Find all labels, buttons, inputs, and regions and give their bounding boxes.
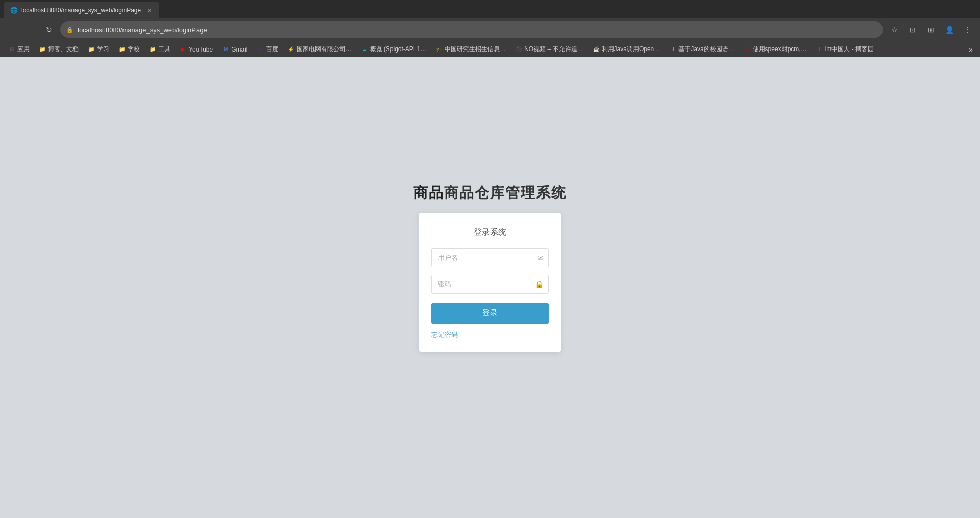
address-bar[interactable]: 🔒 localhost:8080/manage_sys_web/loginPag… xyxy=(60,21,883,38)
app-title: 商品商品仓库管理系统 xyxy=(413,183,567,203)
gmail-icon: M xyxy=(222,46,229,53)
browser-chrome: 🌐 localhost:8080/manage_sys_web/loginPag… xyxy=(0,0,980,57)
bookmark-label: 博客、文档 xyxy=(48,45,79,54)
graduate-icon: 🎓 xyxy=(435,46,443,53)
speex-icon: C xyxy=(744,46,751,53)
menu-icon[interactable]: ⋮ xyxy=(961,22,975,37)
bookmark-label: 国家电网有限公司… xyxy=(297,45,352,54)
login-button[interactable]: 登录 xyxy=(431,303,549,324)
tab-close-button[interactable]: ✕ xyxy=(145,6,153,14)
bookmark-tools[interactable]: 📁 工具 xyxy=(145,43,175,55)
toolbar-right: ☆ ⊡ ⊞ 👤 ⋮ xyxy=(887,22,975,37)
bookmark-label: im中国人 - 搏客园 xyxy=(825,45,874,54)
app-title-rest-part: 商品仓库管理系统 xyxy=(444,185,567,201)
bookmark-baidu[interactable]: 百 百度 xyxy=(253,43,282,55)
bookmark-java1[interactable]: ☕ 利用Java调用Open… xyxy=(589,43,665,55)
bookmark-label: YouTube xyxy=(189,46,213,53)
bookmark-school[interactable]: 📁 学校 xyxy=(114,43,144,55)
login-card: 登录系统 ✉ 🔒 登录 忘记密码 xyxy=(419,213,561,352)
folder-icon: 📁 xyxy=(149,46,156,53)
java-icon: ☕ xyxy=(593,46,600,53)
folder-icon: 📁 xyxy=(39,46,46,53)
bookmark-label: 使用speex对pcm,… xyxy=(753,45,807,54)
lock-input-icon: 🔒 xyxy=(535,280,544,288)
novideo-icon: ⚫ xyxy=(515,46,522,53)
bookmark-star-icon[interactable]: ☆ xyxy=(887,22,901,37)
folder-icon: 📁 xyxy=(118,46,126,53)
bookmark-study[interactable]: 📁 学习 xyxy=(84,43,113,55)
bookmark-label: NO视频 – 不允许追… xyxy=(524,45,583,54)
bookmark-label: 工具 xyxy=(158,45,170,54)
bookmark-label: 百度 xyxy=(266,45,278,54)
tab-bar: 🌐 localhost:8080/manage_sys_web/loginPag… xyxy=(0,0,980,18)
bookmark-gmail[interactable]: M Gmail xyxy=(218,44,251,55)
password-input[interactable] xyxy=(431,275,549,294)
bookmark-speex[interactable]: C 使用speex对pcm,… xyxy=(740,43,811,55)
bookmarks-bar: ⊞ 应用 📁 博客、文档 📁 学习 📁 学校 📁 工具 ▶ YouTube M … xyxy=(0,41,980,57)
bookmark-label: 概览 (Spigot-API 1… xyxy=(370,45,427,54)
bookmark-youtube[interactable]: ▶ YouTube xyxy=(176,44,217,55)
username-input-group: ✉ xyxy=(431,248,549,267)
url-text: localhost:8080/manage_sys_web/loginPage xyxy=(78,26,207,34)
bookmark-gailan[interactable]: ☁ 概览 (Spigot-API 1… xyxy=(357,43,431,55)
login-card-title: 登录系统 xyxy=(431,227,549,238)
active-tab[interactable]: 🌐 localhost:8080/manage_sys_web/loginPag… xyxy=(4,2,159,18)
toolbar: ← → ↻ 🔒 localhost:8080/manage_sys_web/lo… xyxy=(0,18,980,41)
page-content: 商品商品仓库管理系统 登录系统 ✉ 🔒 登录 忘记密码 xyxy=(0,57,980,518)
bookmark-zhongguo[interactable]: 🎓 中国研究生招生信息… xyxy=(431,43,510,55)
apps-icon: ⊞ xyxy=(8,46,15,53)
user-icon: ✉ xyxy=(537,254,544,262)
folder-icon: 📁 xyxy=(88,46,95,53)
bookmark-label: 利用Java调用Open… xyxy=(602,45,660,54)
account-icon[interactable]: 👤 xyxy=(942,22,957,37)
java2-icon: J xyxy=(669,46,676,53)
tab-favicon: 🌐 xyxy=(10,7,17,14)
username-input[interactable] xyxy=(431,248,549,267)
bookmarks-overflow-button[interactable]: » xyxy=(966,45,976,54)
bookmark-novideo[interactable]: ⚫ NO视频 – 不允许追… xyxy=(511,43,587,55)
youtube-icon: ▶ xyxy=(180,46,187,53)
baidu-icon: 百 xyxy=(257,46,264,53)
lock-icon: 🔒 xyxy=(66,27,74,33)
bookmark-apps[interactable]: ⊞ 应用 xyxy=(4,43,34,55)
back-button[interactable]: ← xyxy=(5,22,19,37)
bookmark-label: 学习 xyxy=(97,45,109,54)
bookmark-label: 应用 xyxy=(17,45,30,54)
bookmark-guodian[interactable]: ⚡ 国家电网有限公司… xyxy=(283,43,356,55)
bookmark-blog[interactable]: 📁 博客、文档 xyxy=(35,43,83,55)
bookmark-label: 学校 xyxy=(128,45,140,54)
cast-icon[interactable]: ⊡ xyxy=(905,22,920,37)
im-icon: I xyxy=(816,46,823,53)
tab-title: localhost:8080/manage_sys_web/loginPage xyxy=(21,7,141,14)
reload-button[interactable]: ↻ xyxy=(42,22,56,37)
bookmark-label: 基于Java的校园语… xyxy=(678,45,734,54)
guodian-icon: ⚡ xyxy=(287,46,295,53)
spigot-icon: ☁ xyxy=(361,46,368,53)
forgot-password-link[interactable]: 忘记密码 xyxy=(431,331,458,338)
forward-button[interactable]: → xyxy=(23,22,38,37)
bookmark-im[interactable]: I im中国人 - 搏客园 xyxy=(812,43,878,55)
app-title-bold-part: 商品 xyxy=(413,185,444,201)
bookmark-label: Gmail xyxy=(231,46,247,53)
password-input-group: 🔒 xyxy=(431,275,549,294)
extensions-icon[interactable]: ⊞ xyxy=(924,22,938,37)
bookmark-label: 中国研究生招生信息… xyxy=(445,45,506,54)
bookmark-java2[interactable]: J 基于Java的校园语… xyxy=(665,43,738,55)
